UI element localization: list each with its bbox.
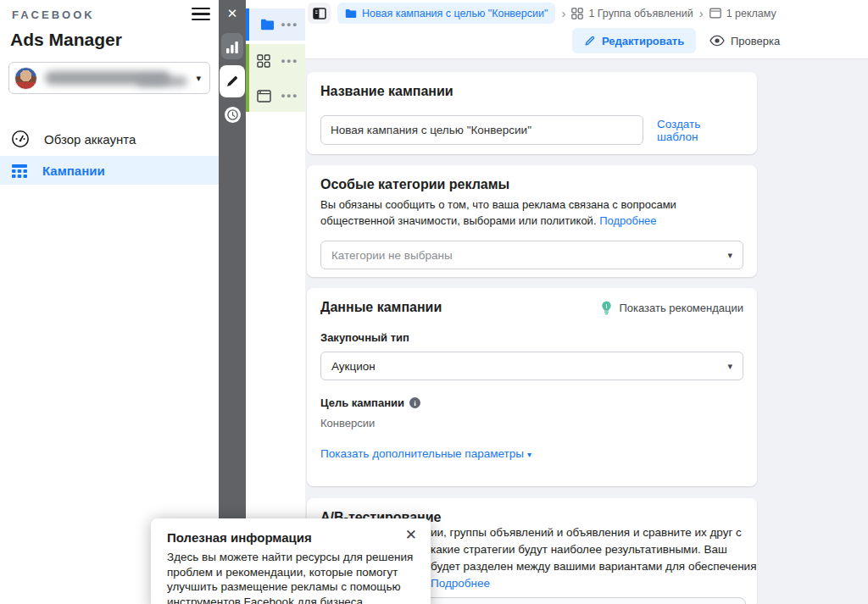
sidebar-item-account-overview[interactable]: Обзор аккаунта: [0, 125, 219, 153]
popup-body: Здесь вы можете найти ресурсы для решени…: [167, 550, 414, 604]
chart-panel-button[interactable]: [221, 33, 243, 59]
sidebar-item-label: Кампании: [42, 163, 105, 178]
lightbulb-icon: [601, 301, 612, 315]
info-icon[interactable]: i: [409, 397, 420, 408]
card-title: Название кампании: [320, 84, 743, 99]
breadcrumb-adset[interactable]: 1 Группа объявлений: [571, 8, 693, 19]
campaign-name-card: Название кампании Создать шаблон: [307, 72, 757, 154]
create-template-link[interactable]: Создать шаблон: [657, 118, 743, 143]
advanced-params-label: Показать дополнительные параметры: [320, 447, 524, 460]
collapse-panel-button[interactable]: [308, 3, 331, 24]
ab-test-description: ии, группы объявлений и объявления и сра…: [431, 524, 756, 592]
card-description: Вы обязаны сообщить о том, что ваша рекл…: [320, 197, 748, 229]
pencil-icon: [584, 35, 596, 47]
categories-placeholder: Категории не выбраны: [331, 249, 453, 262]
ad-page-icon: [709, 8, 721, 19]
card-title: Особые категории рекламы: [320, 177, 743, 192]
chevron-down-icon: ▾: [727, 250, 732, 261]
review-button-label: Проверка: [731, 35, 780, 47]
show-recommendations-label: Показать рекомендации: [619, 302, 743, 314]
popup-title: Полезная информация: [167, 530, 414, 545]
more-options-icon[interactable]: ●●●: [281, 20, 298, 29]
campaigns-table-icon: [11, 162, 28, 179]
chevron-right-icon: ›: [699, 6, 704, 20]
adset-grid-icon: [257, 54, 270, 68]
gauge-icon: [11, 130, 30, 148]
main-area: Новая кампания с целью "Конверсии" › 1 Г…: [305, 0, 868, 604]
learn-more-link[interactable]: Подробнее: [599, 214, 656, 227]
edit-button-label: Редактировать: [602, 35, 684, 47]
panel-toggle-icon: [313, 8, 326, 19]
breadcrumb: Новая кампания с целью "Конверсии" › 1 Г…: [308, 3, 776, 24]
show-advanced-params-link[interactable]: Показать дополнительные параметры▾: [320, 447, 531, 460]
description-line: ии, группы объявлений и объявления и сра…: [431, 524, 756, 541]
special-categories-card: Особые категории рекламы Вы обязаны сооб…: [307, 165, 757, 277]
avatar: [14, 67, 37, 90]
edit-button[interactable]: Редактировать: [572, 28, 696, 53]
chevron-down-icon: ▾: [727, 361, 732, 372]
mini-nav-campaign[interactable]: ●●●: [246, 8, 305, 41]
mini-nav-adset[interactable]: ●●●: [246, 44, 305, 78]
bar-chart-icon: [225, 42, 239, 53]
buying-type-select[interactable]: Аукцион ▾: [320, 352, 743, 380]
learn-more-link[interactable]: Подробнее: [431, 577, 490, 590]
edit-panel-button[interactable]: [220, 65, 245, 97]
account-name-redacted-2: [136, 76, 187, 86]
show-recommendations-button[interactable]: Показать рекомендации: [601, 301, 743, 315]
main-header: Новая кампания с целью "Конверсии" › 1 Г…: [305, 0, 868, 59]
breadcrumb-ad[interactable]: 1 рекламу: [709, 8, 776, 19]
more-options-icon[interactable]: ●●●: [281, 57, 298, 65]
breadcrumb-campaign[interactable]: Новая кампания с целью "Конверсии": [337, 3, 555, 24]
folder-icon: [345, 8, 357, 19]
close-icon[interactable]: ✕: [219, 4, 246, 23]
description-line: какие стратегии будут наиболее результат…: [431, 541, 756, 558]
mini-nav-ad[interactable]: ●●●: [246, 80, 305, 112]
chevron-down-icon: ▾: [527, 450, 531, 459]
eye-icon: [709, 35, 725, 47]
buying-type-label: Закупочный тип: [320, 331, 743, 344]
objective-value: Конверсии: [320, 417, 743, 429]
breadcrumb-adset-label: 1 Группа объявлений: [588, 8, 693, 19]
sidebar: FACEBOOK Ads Manager ▾ Обзор аккаунта: [0, 0, 219, 604]
breadcrumb-campaign-label: Новая кампания с целью "Конверсии": [362, 8, 548, 19]
history-clock-icon[interactable]: [225, 107, 241, 123]
campaign-name-input[interactable]: [320, 115, 643, 145]
campaign-details-card: Данные кампании Показать рекомендации За…: [307, 288, 757, 486]
pencil-icon: [225, 75, 239, 88]
adset-grid-icon: [571, 8, 583, 19]
structure-mini-panel: ●●● ●●● ●●●: [246, 0, 305, 604]
more-options-icon[interactable]: ●●●: [281, 91, 298, 100]
page-title: Ads Manager: [10, 30, 122, 50]
categories-select[interactable]: Категории не выбраны ▾: [320, 241, 743, 269]
folder-icon: [260, 19, 275, 30]
review-button[interactable]: Проверка: [701, 28, 788, 53]
facebook-logo: FACEBOOK: [12, 8, 95, 21]
objective-label: Цель кампании: [320, 396, 404, 409]
sidebar-item-label: Обзор аккаунта: [44, 132, 136, 147]
description-line: будет разделен между вашими вариантами д…: [431, 558, 756, 575]
sidebar-item-campaigns[interactable]: Кампании: [0, 156, 219, 185]
card-title: Данные кампании: [320, 300, 442, 315]
chevron-down-icon: ▾: [196, 73, 201, 84]
ads-manager-window: FACEBOOK Ads Manager ▾ Обзор аккаунта: [0, 0, 868, 604]
objective-label-row: Цель кампании i: [320, 396, 743, 409]
close-icon[interactable]: ✕: [405, 527, 417, 544]
ad-page-icon: [257, 90, 271, 103]
breadcrumb-ad-label: 1 рекламу: [726, 8, 776, 19]
buying-type-value: Аукцион: [331, 360, 376, 373]
tool-strip: ✕: [219, 0, 246, 604]
hamburger-menu-icon[interactable]: [192, 8, 210, 21]
chevron-right-icon: ›: [561, 6, 565, 20]
account-selector[interactable]: ▾: [8, 62, 210, 94]
helpful-info-popup: ✕ Полезная информация Здесь вы можете на…: [151, 518, 431, 604]
